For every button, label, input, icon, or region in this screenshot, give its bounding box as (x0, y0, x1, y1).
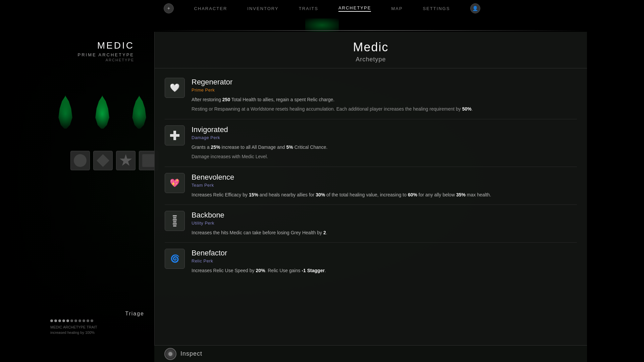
highlight-35pct: 35% (456, 192, 466, 197)
perk-backbone[interactable]: Backbone Utility Perk Increases the hits… (165, 205, 577, 243)
nav-archetype[interactable]: ARCHETYPE (338, 5, 371, 12)
perk-content-benevolence: Benevolence Team Perk Increases Relic Ef… (192, 173, 577, 198)
perk-desc-benevolence: Increases Relic Efficacy by 15% and heal… (192, 191, 577, 198)
nav-traits[interactable]: TRAITS (299, 6, 318, 11)
nav-character[interactable]: CHARACTER (194, 6, 227, 11)
triage-label: Triage (50, 311, 144, 317)
highlight-50pct: 50% (462, 106, 472, 112)
swirl-icon: 🌀 (170, 254, 179, 263)
spine-seg-2 (173, 217, 176, 219)
perks-list: 🤍 Regenerator Prime Perk After restoring… (155, 68, 587, 284)
panel-header: Medic Archetype (155, 32, 587, 68)
perk-invigorated[interactable]: Invigorated Damage Perk Grants a 25% inc… (165, 119, 577, 167)
skill-icon-1[interactable] (70, 151, 90, 170)
dot-6 (70, 319, 73, 322)
spine-icon (173, 215, 177, 227)
top-line (154, 30, 587, 31)
heart-icon: 🤍 (170, 83, 180, 93)
perk-type-benefactor: Relic Perk (192, 258, 577, 263)
highlight-5pct: 5% (286, 144, 293, 150)
highlight-60pct: 60% (408, 192, 417, 197)
highlight-250: 250 (222, 97, 230, 102)
char-figure-3[interactable] (124, 94, 154, 134)
skills-row (70, 151, 158, 170)
perk-icon-backbone (165, 211, 185, 231)
heart-team-icon: 💖 (170, 178, 180, 188)
perk-benevolence[interactable]: 💖 Benevolence Team Perk Increases Relic … (165, 167, 577, 205)
highlight-15pct: 15% (249, 192, 258, 197)
left-panel: MEDIC PRIME ARCHETYPE ARCHETYPE Triage (0, 0, 154, 362)
perk-name-benefactor: Benefactor (192, 249, 577, 257)
nav-profile[interactable]: 👤 (470, 3, 480, 13)
nav-inventory[interactable]: INVENTORY (247, 6, 278, 11)
dot-10 (87, 319, 89, 322)
inspect-circle-inner (168, 352, 172, 356)
dot-4 (62, 319, 65, 322)
spine-seg-4 (173, 221, 176, 223)
skill-icon-inner-4 (142, 154, 155, 167)
panel-title: Medic (155, 40, 587, 54)
cross-icon (170, 131, 179, 140)
dot-2 (54, 319, 57, 322)
dot-1 (50, 319, 53, 322)
medic-label-area: MEDIC PRIME ARCHETYPE ARCHETYPE (77, 40, 134, 62)
card-desc-2: increased healing by 100% (50, 330, 144, 335)
perk-content-benefactor: Benefactor Relic Perk Increases Relic Us… (192, 249, 577, 274)
perk-regenerator[interactable]: 🤍 Regenerator Prime Perk After restoring… (165, 72, 577, 119)
perk-icon-benevolence: 💖 (165, 173, 185, 193)
inspect-circle (164, 348, 176, 360)
perk-content-invigorated: Invigorated Damage Perk Grants a 25% inc… (192, 125, 577, 161)
char-figure-2[interactable] (87, 94, 117, 134)
perk-desc-backbone: Increases the hits Medic can take before… (192, 229, 577, 236)
highlight-30pct: 30% (316, 192, 325, 197)
top-nav: ✦ CHARACTER INVENTORY TRAITS ARCHETYPE M… (0, 0, 644, 17)
perk-content-backbone: Backbone Utility Perk Increases the hits… (192, 211, 577, 236)
spine-seg-6 (173, 225, 176, 227)
medic-title: MEDIC (77, 40, 134, 51)
perk-icon-benefactor: 🌀 (165, 249, 185, 269)
skill-icon-inner-2 (97, 154, 109, 167)
dots-row (50, 319, 144, 322)
skill-icon-2[interactable] (93, 151, 113, 170)
top-char-glow (305, 18, 339, 32)
nav-settings[interactable]: SETTINGS (423, 6, 450, 11)
perk-type-benevolence: Team Perk (192, 183, 577, 188)
characters-row (50, 94, 154, 134)
char-figure-1[interactable] (50, 94, 80, 134)
perk-type-invigorated: Damage Perk (192, 135, 577, 140)
perk-note-regenerator: Resting or Respawning at a Worldstone re… (192, 105, 577, 113)
medic-sub2: ARCHETYPE (77, 58, 134, 62)
perk-desc-invigorated: Grants a 25% increase to all All Damage … (192, 143, 577, 161)
perk-name-regenerator: Regenerator (192, 78, 577, 86)
medic-subtitle: PRIME ARCHETYPE (77, 52, 134, 57)
main-panel: Medic Archetype 🤍 Regenerator Prime Perk… (154, 32, 587, 345)
perk-type-backbone: Utility Perk (192, 221, 577, 226)
perk-benefactor[interactable]: 🌀 Benefactor Relic Perk Increases Relic … (165, 243, 577, 280)
skill-icon-inner-3 (119, 154, 132, 167)
skill-icon-inner-1 (74, 154, 87, 167)
perk-name-backbone: Backbone (192, 211, 577, 220)
inspect-bar: Inspect (154, 345, 587, 362)
dot-11 (91, 319, 93, 322)
perk-icon-regenerator: 🤍 (165, 78, 185, 98)
dot-8 (78, 319, 81, 322)
spine-seg-1 (173, 215, 177, 217)
inspect-button[interactable]: Inspect (164, 348, 202, 360)
char-silhouette-3 (127, 96, 151, 132)
panel-subtitle: Archetype (155, 56, 587, 63)
dot-7 (74, 319, 77, 322)
char-silhouette-2 (91, 96, 114, 132)
perk-desc-benefactor: Increases Relic Use Speed by 20%. Relic … (192, 267, 577, 274)
perk-desc-regenerator: After restoring 250 Total Health to alli… (192, 96, 577, 113)
nav-map[interactable]: MAP (391, 6, 402, 11)
inspect-label: Inspect (180, 350, 202, 357)
dot-3 (58, 319, 61, 322)
spine-seg-5 (173, 223, 177, 225)
perk-note-invigorated: Damage increases with Medic Level. (192, 153, 577, 160)
highlight-stagger: -1 Stagger (302, 268, 324, 273)
nav-logo: ✦ (164, 3, 174, 13)
skill-icon-3[interactable] (116, 151, 136, 170)
perk-name-benevolence: Benevolence (192, 173, 577, 182)
cross-vertical (173, 131, 176, 140)
char-silhouette-1 (54, 96, 77, 132)
